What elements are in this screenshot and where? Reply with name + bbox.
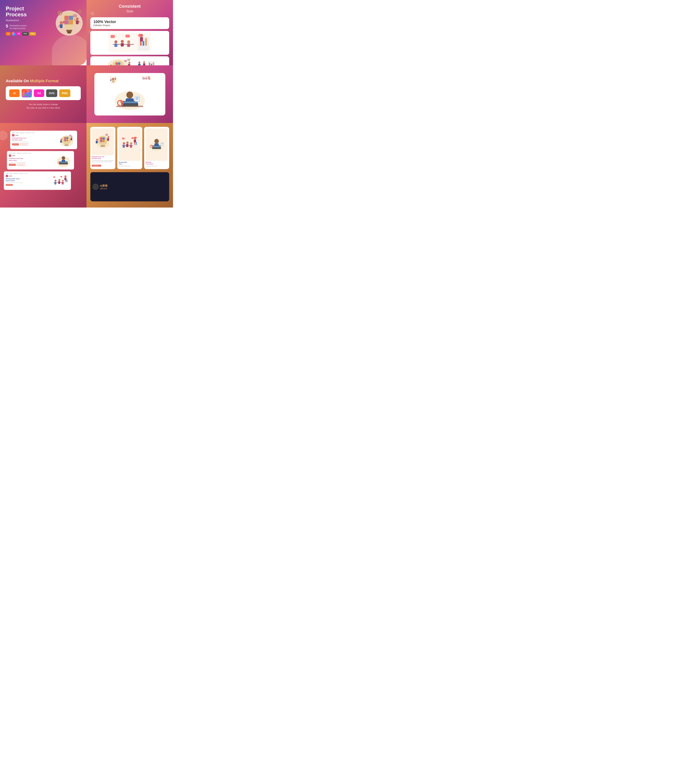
mockup-card-1: HOME ABOUT SERVICES CONTACT US FAQ LOGO …	[10, 131, 77, 149]
svg-rect-25	[114, 44, 117, 47]
format-png-badge: PNG	[59, 89, 70, 97]
mock-illus-2	[55, 155, 72, 168]
phone-meeting-svg	[121, 132, 138, 158]
learn-more-btn-1[interactable]: LEARN MORE	[20, 143, 28, 145]
svg-point-20	[79, 11, 80, 12]
meeting-svg	[92, 33, 167, 52]
svg-rect-150	[107, 138, 109, 141]
top-right-panel: Consistent Style 100% Vector Editable Sh…	[86, 0, 173, 65]
vector-subtitle: Editable Shapes	[94, 24, 166, 27]
mock-title-2: Freelance Full TimeWork Hard	[9, 158, 53, 161]
svg-point-80	[143, 77, 144, 78]
svg-rect-111	[64, 139, 66, 141]
svg-rect-65	[25, 94, 27, 96]
top-left-panel: Project Process Illustrasions 5 Illustra…	[0, 0, 86, 65]
bottom-right-panel: Brainstorming YourIde With Team Lorem ip…	[86, 123, 173, 208]
svg-rect-137	[64, 178, 66, 180]
cell1-svg	[97, 76, 129, 84]
svg-rect-124	[59, 164, 68, 165]
format-card: Ai Xd SVG PNG	[6, 86, 81, 100]
dark-logo-icon	[93, 184, 99, 189]
svg-rect-70	[112, 79, 113, 80]
bulb-team-svg	[94, 59, 166, 65]
cell3-svg	[110, 86, 150, 112]
svg-rect-5	[69, 16, 73, 20]
learn-more-btn-2[interactable]: LEARN MORE	[17, 164, 25, 166]
svg-point-77	[110, 77, 111, 77]
badge-png-small: PNG	[30, 32, 36, 36]
cell2-svg	[130, 76, 162, 84]
phone-bulb-svg	[94, 131, 112, 153]
svg-point-8	[60, 21, 63, 24]
svg-rect-38	[138, 34, 142, 37]
svg-rect-135	[66, 180, 67, 182]
svg-point-119	[62, 156, 65, 160]
five-number: 5	[6, 24, 8, 29]
svg-rect-102	[135, 96, 140, 102]
phone-laptop-svg	[148, 132, 165, 158]
dark-logo	[93, 184, 99, 189]
phone-card-body-2: Lorem ipsum dolor sit amet	[119, 165, 141, 167]
mock-logo-1: LOGO	[12, 134, 56, 137]
start-now-btn-3[interactable]: START NOW	[6, 184, 13, 186]
mockup-card-3: HOME ABOUT SERVICES CONTACT US FAQ LOGO …	[4, 171, 71, 190]
bottom-left-panel: HOME ABOUT SERVICES CONTACT US FAQ LOGO …	[0, 123, 86, 208]
scale-description: You can easily scale or change the color…	[6, 103, 81, 110]
svg-rect-92	[142, 76, 143, 77]
svg-rect-172	[153, 146, 160, 147]
svg-rect-123	[59, 161, 67, 163]
svg-point-64	[27, 92, 29, 94]
badge-figma-small: F	[12, 32, 15, 36]
format-figma-badge	[21, 89, 32, 97]
five-description: Illustrasions secene for project process	[10, 25, 26, 30]
svg-rect-110	[66, 137, 68, 139]
svg-point-157	[130, 142, 132, 144]
svg-rect-128	[54, 182, 56, 184]
svg-rect-93	[146, 76, 147, 77]
middle-right-panel	[86, 65, 173, 123]
svg-rect-41	[115, 63, 118, 65]
mock-body-1: Lorem ipsum dolor sit amet consectetur a…	[12, 142, 56, 143]
svg-rect-156	[126, 144, 129, 147]
svg-rect-88	[149, 78, 150, 79]
svg-rect-35	[140, 37, 143, 41]
svg-rect-12	[63, 21, 65, 23]
phone-card-btn[interactable]: Get Started →	[92, 165, 101, 166]
phone-cards-row: Brainstorming YourIde With Team Lorem ip…	[91, 127, 169, 169]
svg-rect-161	[136, 142, 137, 145]
svg-rect-9	[60, 24, 63, 28]
svg-rect-112	[66, 139, 68, 141]
svg-rect-62	[27, 91, 29, 92]
dark-brand-card: ui老爸 uil8.com	[91, 172, 169, 201]
vector-card: 100% Vector Editable Shapes	[91, 17, 169, 29]
mock-logo-2: LOGO	[9, 155, 53, 157]
svg-point-168	[155, 139, 159, 143]
svg-rect-3	[68, 33, 71, 33]
mock-illus-1	[58, 134, 75, 148]
mock-illus-3	[52, 175, 69, 188]
start-now-btn-2[interactable]: START NOW	[9, 164, 16, 166]
svg-point-113	[61, 139, 62, 140]
svg-point-151	[105, 134, 109, 136]
multiple-format-highlight: Multiple Format	[30, 79, 59, 83]
svg-rect-73	[110, 79, 111, 81]
svg-rect-158	[130, 145, 132, 148]
svg-rect-108	[64, 145, 68, 145]
svg-rect-83	[145, 78, 145, 79]
svg-rect-33	[145, 38, 147, 46]
svg-point-155	[127, 142, 129, 144]
start-now-btn-1[interactable]: START NOW	[12, 143, 19, 145]
top-section: Project Process Illustrasions 5 Illustra…	[0, 0, 173, 65]
svg-rect-36	[110, 35, 115, 38]
phone-card-laptop: WorkingFrom Home Lorem ipsum dolor sit a…	[144, 127, 169, 169]
svg-rect-145	[100, 140, 102, 142]
svg-point-84	[146, 77, 147, 78]
svg-rect-165	[132, 137, 134, 139]
nav-bar-3: HOME ABOUT SERVICES CONTACT US FAQ	[6, 173, 69, 174]
phone-card-body: Lorem ipsum dolor sit amet consectetur a…	[92, 160, 114, 163]
svg-rect-67	[112, 82, 114, 82]
nav-bar-1: HOME ABOUT SERVICES CONTACT US FAQ	[12, 132, 75, 133]
svg-rect-29	[127, 44, 130, 47]
svg-rect-44	[118, 65, 120, 65]
svg-rect-142	[101, 146, 105, 147]
